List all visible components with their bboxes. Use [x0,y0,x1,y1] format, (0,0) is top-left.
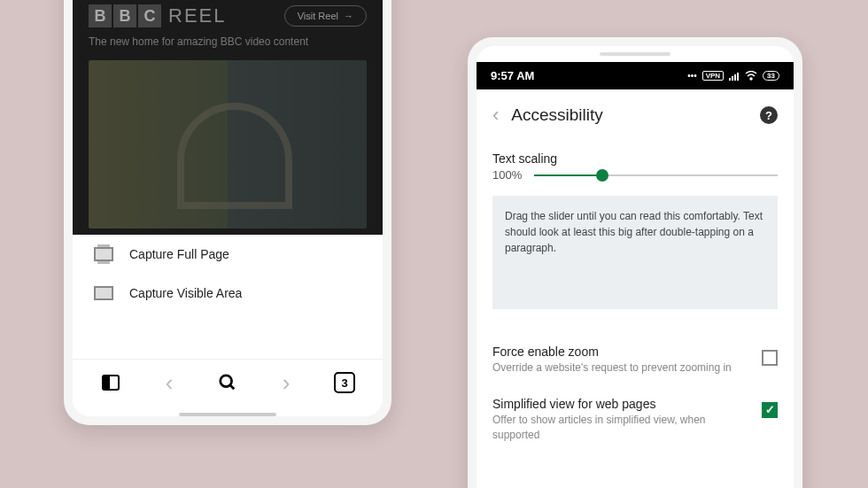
capture-menu: Capture Full Page Capture Visible Area [73,235,383,359]
panels-button[interactable] [100,372,121,393]
phone-screen: 9:57 AM ••• VPN 33 ‹ Accessibility ? Te [477,46,794,488]
svg-rect-5 [737,73,739,81]
status-time: 9:57 AM [491,69,534,82]
bbc-reel-logo: B B C REEL [89,4,226,27]
vpn-badge: VPN [702,71,724,81]
capture-visible-area-item[interactable]: Capture Visible Area [73,274,383,313]
text-scaling-slider-row: 100% [492,168,778,182]
bbc-tagline: The new home for amazing BBC video conte… [89,35,308,48]
force-zoom-item[interactable]: Force enable zoom Override a website's r… [492,334,778,386]
status-icons: ••• VPN 33 [687,71,779,81]
capture-full-page-label: Capture Full Page [129,247,229,261]
tabs-count-badge: 3 [334,372,355,393]
browser-content-area: B B C REEL Visit Reel → The new home for… [73,0,383,235]
wifi-icon [745,71,757,81]
force-zoom-title: Force enable zoom [492,345,749,359]
simplified-view-text: Simplified view for web pages Offer to s… [492,397,749,443]
slider-thumb[interactable] [596,169,608,182]
status-bar: 9:57 AM ••• VPN 33 [477,62,794,89]
simplified-view-checkbox[interactable] [762,402,778,418]
battery-badge: 33 [763,71,779,81]
force-zoom-text: Force enable zoom Override a website's r… [492,345,749,376]
dots-icon: ••• [687,71,697,81]
text-scaling-slider[interactable] [534,174,778,176]
browser-bottom-nav: ‹ › 3 [73,359,383,409]
svg-point-6 [750,78,752,80]
force-zoom-checkbox[interactable] [762,350,778,366]
simplified-view-desc: Offer to show articles in simplified vie… [492,413,749,443]
bbc-logo-blocks: B B C [89,4,161,27]
text-scaling-value: 100% [492,168,522,182]
simplified-view-title: Simplified view for web pages [492,397,749,411]
capture-visible-area-label: Capture Visible Area [129,286,242,300]
settings-body: Text scaling 100% Drag the slider until … [477,141,794,463]
visible-area-icon [94,286,113,300]
visit-reel-label: Visit Reel [298,11,338,21]
capture-full-page-item[interactable]: Capture Full Page [73,235,383,274]
phone-screen: B B C REEL Visit Reel → The new home for… [73,0,383,416]
search-icon [218,373,237,392]
svg-line-1 [230,385,235,390]
svg-point-0 [221,376,232,387]
arrow-right-icon: → [344,11,353,21]
search-button[interactable] [217,372,238,393]
svg-rect-4 [734,74,736,81]
back-button[interactable]: ‹ [159,372,180,393]
visit-reel-button[interactable]: Visit Reel → [284,5,367,27]
simplified-view-item[interactable]: Simplified view for web pages Offer to s… [492,386,778,453]
signal-icon [729,72,740,81]
page-title: Accessibility [511,105,748,125]
panels-icon [102,375,120,391]
help-button[interactable]: ? [760,106,778,124]
phone-mockup-left: B B C REEL Visit Reel → The new home for… [64,0,391,425]
svg-rect-3 [732,76,733,81]
text-scaling-info: Drag the slider until you can read this … [492,196,778,309]
video-thumbnail[interactable] [89,60,367,229]
slider-fill [534,174,602,176]
force-zoom-desc: Override a website's request to prevent … [492,360,749,376]
phone-mockup-right: 9:57 AM ••• VPN 33 ‹ Accessibility ? Te [468,37,802,488]
svg-rect-2 [729,78,731,81]
reel-text: REEL [168,4,226,27]
phone-speaker [477,46,794,62]
tabs-button[interactable]: 3 [334,372,355,393]
home-indicator [179,413,276,416]
text-scaling-label: Text scaling [492,151,778,166]
full-page-icon [94,247,113,261]
back-button[interactable]: ‹ [492,104,499,127]
bbc-header: B B C REEL Visit Reel → [89,4,367,27]
settings-header: ‹ Accessibility ? [477,89,794,141]
forward-button[interactable]: › [275,372,297,393]
